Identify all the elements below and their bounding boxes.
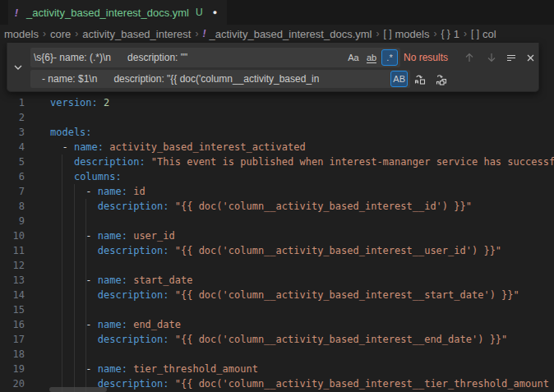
breadcrumb: models›core›activity_based_interest›!_ac… (0, 25, 554, 43)
line-number: 19 (0, 362, 38, 376)
replace-icon (413, 72, 427, 85)
line-number: 2 (0, 110, 38, 125)
code-line[interactable]: 12 (0, 258, 554, 273)
code-line[interactable]: 1version: 2 (0, 95, 554, 110)
replace-button[interactable] (412, 71, 428, 87)
symbol-array-icon: [ ] (471, 28, 479, 39)
line-number: 5 (0, 154, 38, 169)
line-content: - name: end_date (38, 317, 181, 332)
line-content (38, 258, 50, 273)
code-line[interactable]: 19 - name: tier_threshold_amount (0, 362, 554, 376)
preserve-case-button[interactable]: AB (390, 71, 408, 87)
breadcrumb-item-models[interactable]: [ ]models (383, 28, 429, 40)
line-number: 11 (0, 243, 38, 258)
line-number: 15 (0, 302, 38, 317)
find-options: Aa ab .* (345, 49, 398, 66)
breadcrumb-separator: › (195, 28, 198, 39)
line-content: version: 2 (38, 95, 109, 110)
close-button[interactable] (522, 49, 538, 66)
code-line[interactable]: 16 - name: end_date (0, 317, 554, 332)
code-line[interactable]: 5 description: "This event is published … (0, 154, 554, 169)
match-case-button[interactable]: Aa (345, 49, 362, 66)
line-content: description: "{{ doc('column__activity_b… (38, 243, 501, 258)
line-content: - name: user_id (38, 228, 175, 243)
code-line[interactable]: 9 (0, 214, 554, 228)
code-line[interactable]: 7 - name: id (0, 184, 554, 199)
replace-all-button[interactable] (433, 71, 450, 87)
line-content: description: "{{ doc('column__activity_b… (38, 376, 549, 391)
breadcrumb-item-label: models (4, 28, 39, 40)
find-results-count: No results (404, 48, 448, 67)
line-number: 16 (0, 317, 38, 332)
line-number: 10 (0, 228, 38, 243)
regex-button[interactable]: .* (381, 49, 398, 66)
code-line[interactable]: 10 - name: user_id (0, 228, 554, 243)
line-number: 3 (0, 125, 38, 140)
next-match-button[interactable] (483, 49, 500, 66)
code-line[interactable]: 2 (0, 110, 554, 125)
code-line[interactable]: 13 - name: start_date (0, 273, 554, 288)
breadcrumb-separator: › (433, 28, 436, 39)
line-number: 20 (0, 376, 38, 391)
breadcrumb-item-col[interactable]: [ ]col (471, 28, 496, 40)
breadcrumb-item-label: models (395, 28, 429, 40)
line-number: 12 (0, 258, 38, 273)
line-number: 6 (0, 169, 38, 184)
line-content (38, 302, 50, 317)
code-line[interactable]: 11 description: "{{ doc('column__activit… (0, 243, 554, 258)
replace-input[interactable]: - name: $1\n description: "{{ doc('colum… (30, 70, 410, 88)
line-content: description: "{{ doc('column__activity_b… (38, 332, 507, 347)
line-number: 17 (0, 332, 38, 347)
line-content: description: "{{ doc('column__activity_b… (38, 199, 472, 214)
line-content: description: "{{ doc('column__activity_b… (38, 288, 519, 302)
breadcrumb-item-1[interactable]: { }1 (441, 28, 459, 40)
line-content: - name: activity_based_interest_activate… (38, 140, 306, 154)
close-icon (525, 53, 536, 63)
code-line[interactable]: 6 columns: (0, 169, 554, 184)
tab-title: _activity_based_interest_docs.yml (26, 7, 189, 19)
find-query-text: \s{6}- name: (.*)\n description: "" (34, 52, 187, 63)
code-lines: 1version: 223models:4 - name: activity_b… (0, 95, 554, 391)
arrow-down-icon (486, 52, 497, 63)
replace-value-text: - name: $1\n description: "{{ doc('colum… (34, 73, 319, 85)
horizontal-scrollbar[interactable] (49, 387, 107, 392)
whole-word-button[interactable]: ab (363, 49, 380, 66)
breadcrumb-item-activity_based_interest[interactable]: activity_based_interest (82, 28, 191, 40)
vscode-window: ! _activity_based_interest_docs.yml U ● … (0, 0, 554, 392)
symbol-array-icon: [ ] (383, 28, 391, 39)
breadcrumb-separator: › (464, 28, 467, 39)
breadcrumb-separator: › (75, 28, 78, 39)
code-line[interactable]: 8 description: "{{ doc('column__activity… (0, 199, 554, 214)
line-number: 1 (0, 95, 38, 110)
breadcrumb-item-models[interactable]: models (4, 28, 39, 40)
line-content: - name: start_date (38, 273, 192, 288)
line-content (38, 214, 50, 228)
code-line[interactable]: 14 description: "{{ doc('column__activit… (0, 288, 554, 302)
line-content: models: (38, 125, 92, 140)
tab-active-file[interactable]: ! _activity_based_interest_docs.yml U ● (8, 0, 227, 25)
code-line[interactable]: 15 (0, 302, 554, 317)
previous-match-button[interactable] (461, 49, 478, 66)
breadcrumb-item-label: core (50, 28, 71, 40)
breadcrumb-item-_activity_based_interest_docs.yml[interactable]: !_activity_based_interest_docs.yml (202, 28, 372, 40)
modified-indicator-icon[interactable]: ● (213, 8, 217, 16)
find-replace-widget: \s{6}- name: (.*)\n description: "" Aa a… (7, 43, 539, 92)
code-line[interactable]: 3models: (0, 125, 554, 140)
symbol-object-icon: { } (441, 28, 450, 39)
tab-bar: ! _activity_based_interest_docs.yml U ● (0, 0, 554, 25)
code-line[interactable]: 17 description: "{{ doc('column__activit… (0, 332, 554, 347)
find-input[interactable]: \s{6}- name: (.*)\n description: "" Aa a… (30, 48, 400, 67)
breadcrumb-item-core[interactable]: core (50, 28, 71, 40)
find-in-selection-button[interactable] (503, 49, 519, 66)
code-line[interactable]: 4 - name: activity_based_interest_activa… (0, 140, 554, 154)
line-content (38, 110, 50, 125)
yaml-file-icon: ! (12, 7, 21, 19)
line-number: 8 (0, 199, 38, 214)
find-row: \s{6}- name: (.*)\n description: "" Aa a… (7, 48, 538, 67)
code-line[interactable]: 18 (0, 347, 554, 362)
breadcrumb-item-label: activity_based_interest (82, 28, 191, 40)
line-number: 13 (0, 273, 38, 288)
editor-pane[interactable]: 1version: 223models:4 - name: activity_b… (0, 43, 554, 392)
breadcrumb-separator: › (376, 28, 379, 39)
replace-row: - name: $1\n description: "{{ doc('colum… (7, 70, 538, 88)
